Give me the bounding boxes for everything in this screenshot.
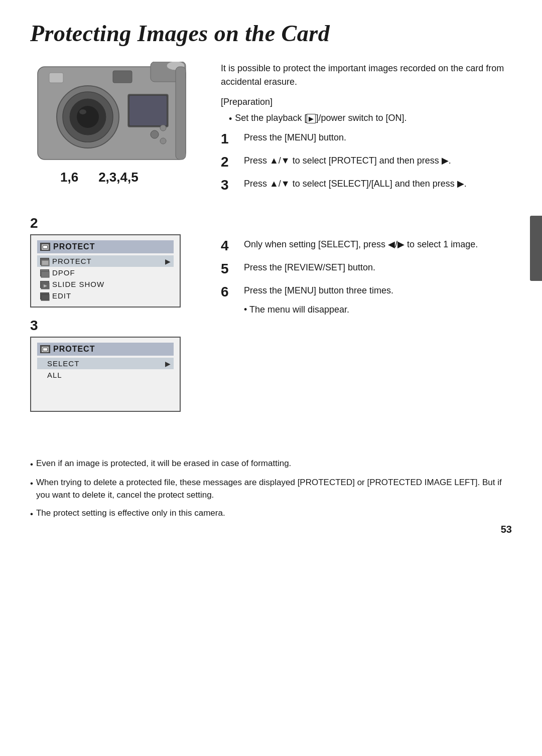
menu-3-select-text: SELECT [47,359,162,368]
menu-row-protect-icon [40,258,49,265]
svg-point-8 [77,106,99,128]
step-2: 2 Press ▲/▼ to select [PROTECT] and then… [221,154,512,169]
menu-3-all-text: ALL [47,371,171,379]
bullet-dot: • [229,112,232,126]
screenshot-2-label: 2 [30,215,206,231]
svg-point-13 [151,130,159,138]
preparation-bullet: • Set the playback [▶]/power switch to [… [229,111,512,126]
menu-2-edit-text: EDIT [52,291,171,300]
bottom-section: 2 PROTECT PROTECT ▶ [30,215,512,422]
svg-rect-20 [41,271,49,277]
menu-2-row-edit: EDIT [37,290,174,301]
note-2: • When trying to delete a protected file… [30,476,512,502]
svg-rect-25 [43,348,47,351]
svg-rect-12 [176,67,186,160]
svg-point-15 [160,138,166,144]
menu-2-row-protect: PROTECT ▶ [37,255,174,267]
menu-2-title-icon [40,243,50,251]
step-1-number: 1 [221,132,236,146]
step-5-text: Press the [REVIEW/SET] button. [244,261,512,274]
steps-4-6-col: 4 Only when setting [SELECT], press ◀/▶ … [221,215,512,422]
step-3-number: 3 [221,178,236,192]
step-4-text: Only when setting [SELECT], press ◀/▶ to… [244,238,512,251]
step-3-text: Press ▲/▼ to select [SELECT]/[ALL] and t… [244,177,512,191]
step-6: 6 Press the [MENU] button three times. [221,284,512,299]
menu-2-slideshow-text: SLIDE SHOW [52,280,171,288]
menu-2-row-slideshow: SLIDE SHOW [37,278,174,290]
note-1-text: Even if an image is protected, it will b… [36,457,291,470]
step-1-text: Press the [MENU] button. [244,131,512,144]
camera-label-2345: 2,3,4,5 [98,170,139,185]
description-col: It is possible to protect the important … [221,62,512,200]
menu-2-dpof-text: DPOF [52,268,171,277]
note-3: • The protect setting is effective only … [30,507,512,521]
menu-2-protect-arrow: ▶ [165,257,171,265]
menu-2-row-dpof: DPOF [37,267,174,278]
intro-text: It is possible to protect the important … [221,62,512,89]
step-6-number: 6 [221,285,236,299]
svg-rect-23 [41,294,49,300]
step-6-text: Press the [MENU] button three times. [244,284,512,297]
menu-row-dpof-icon [40,269,49,276]
step-6-note: • The menu will disappear. [244,303,512,317]
camera-label-16: 1,6 [60,170,78,185]
right-sidebar-tab [530,216,542,281]
step-2-text: Press ▲/▼ to select [PROTECT] and then p… [244,154,512,168]
note-3-dot: • [30,508,33,521]
note-2-text: When trying to delete a protected file, … [36,476,512,502]
step-5: 5 Press the [REVIEW/SET] button. [221,261,512,276]
svg-rect-19 [42,261,48,265]
svg-point-14 [160,125,166,131]
note-1-dot: • [30,458,33,471]
menu-row-slideshow-icon [40,281,49,288]
preparation-text: Set the playback [▶]/power switch to [ON… [235,111,406,125]
menu-box-3: PROTECT SELECT ▶ ALL [30,337,181,412]
note-2-dot: • [30,477,33,490]
menu-2-protect-text: PROTECT [52,257,162,265]
step-4: 4 Only when setting [SELECT], press ◀/▶ … [221,238,512,253]
svg-rect-11 [129,96,167,125]
menu-3-select-arrow: ▶ [165,360,171,368]
menu-3-title-row: PROTECT [37,343,174,356]
screenshot-3-label: 3 [30,318,206,334]
menu-box-2: PROTECT PROTECT ▶ DPOF [30,234,181,308]
page-number: 53 [501,524,512,535]
menu-3-title-icon [40,345,50,353]
preparation-header: [Preparation] [221,97,512,107]
svg-rect-4 [113,71,132,83]
menu-screenshots-col: 2 PROTECT PROTECT ▶ [30,215,206,422]
menu-3-row-all: ALL [37,369,174,381]
step-3: 3 Press ▲/▼ to select [SELECT]/[ALL] and… [221,177,512,192]
svg-point-9 [79,109,86,114]
notes-section: • Even if an image is protected, it will… [30,447,512,520]
page-title: Protecting Images on the Card [30,20,512,47]
step-5-number: 5 [221,262,236,276]
svg-rect-3 [49,73,63,83]
menu-2-title-text: PROTECT [53,242,95,251]
step-6-note-text: • The menu will disappear. [244,303,349,317]
menu-row-edit-icon [40,292,49,299]
note-1: • Even if an image is protected, it will… [30,457,512,471]
step-1: 1 Press the [MENU] button. [221,131,512,146]
camera-illustration-col: 1,6 2,3,4,5 [30,62,206,200]
menu-3-title-text: PROTECT [53,345,95,354]
camera-illustration [30,62,201,172]
menu-2-title-row: PROTECT [37,240,174,253]
step-2-number: 2 [221,155,236,169]
steps-section-right: 1 Press the [MENU] button. 2 Press ▲/▼ t… [221,131,512,192]
note-3-text: The protect setting is effective only in… [36,507,225,520]
menu-3-row-select: SELECT ▶ [37,358,174,369]
svg-rect-17 [43,246,47,248]
step-4-number: 4 [221,239,236,253]
